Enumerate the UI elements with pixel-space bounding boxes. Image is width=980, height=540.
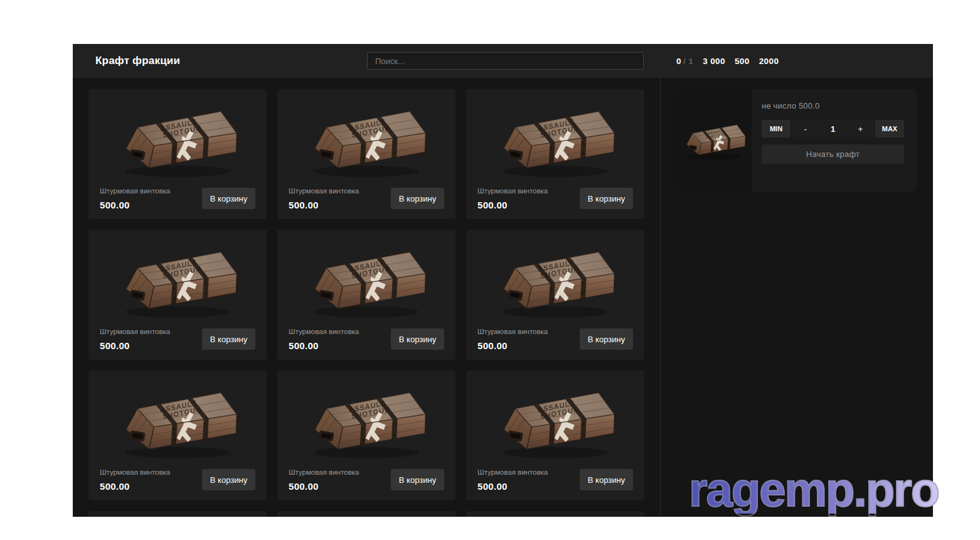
item-image <box>88 230 267 324</box>
header-stats: 0 / 1 3 000 500 2000 <box>676 44 779 78</box>
add-to-cart-button[interactable]: В корзину <box>202 469 255 490</box>
start-craft-button[interactable]: Начать крафт <box>762 144 904 164</box>
add-to-cart-button[interactable]: В корзину <box>202 328 255 350</box>
item-image <box>466 89 644 183</box>
crate-icon <box>114 381 242 464</box>
item-card[interactable]: Штурмовая винтовка 500.00 В корзину <box>277 370 455 500</box>
craft-panel: не число 500.0 MIN - 1 + MAX Начать краф… <box>661 78 933 517</box>
item-image <box>277 230 455 324</box>
item-card[interactable]: Штурмовая винтовка 500.00 В корзину <box>277 89 455 219</box>
item-name: Штурмовая винтовка <box>477 187 548 195</box>
item-price: 500.00 <box>289 340 359 351</box>
crate-icon <box>302 100 430 183</box>
item-image <box>88 89 267 183</box>
min-button[interactable]: MIN <box>762 120 791 138</box>
add-to-cart-button[interactable]: В корзину <box>391 328 444 350</box>
decrease-button[interactable]: - <box>792 120 819 138</box>
add-to-cart-button[interactable]: В корзину <box>580 188 633 209</box>
crate-icon <box>302 381 430 464</box>
add-to-cart-button[interactable]: В корзину <box>580 328 633 350</box>
item-image <box>88 370 267 465</box>
item-price: 500.00 <box>477 340 548 351</box>
item-catalog[interactable]: Штурмовая винтовка 500.00 В корзину <box>73 78 660 517</box>
item-image <box>277 370 455 465</box>
item-card[interactable]: Штурмовая винтовка 500.00 В корзину <box>277 230 455 360</box>
quantity-value: 1 <box>819 120 847 138</box>
increase-button[interactable]: + <box>846 120 874 138</box>
crate-icon <box>302 240 430 323</box>
craft-card: не число 500.0 MIN - 1 + MAX Начать краф… <box>676 89 917 192</box>
crate-icon <box>491 381 619 464</box>
craft-window: Крафт фракции 0 / 1 3 000 500 2000 <box>73 44 933 517</box>
item-name: Штурмовая винтовка <box>477 468 548 476</box>
item-name: Штурмовая винтовка <box>100 187 170 195</box>
page-background: Крафт фракции 0 / 1 3 000 500 2000 <box>0 0 980 540</box>
item-price: 500.00 <box>477 200 548 210</box>
item-card[interactable]: Штурмовая винтовка 500.00 В корзину <box>88 370 267 500</box>
item-name: Штурмовая винтовка <box>289 187 359 195</box>
selected-item-label: не число 500.0 <box>762 101 904 111</box>
add-to-cart-button[interactable]: В корзину <box>202 188 255 209</box>
header: Крафт фракции 0 / 1 3 000 500 2000 <box>73 44 933 78</box>
selected-item-image <box>676 89 752 192</box>
craft-progress-current: 0 <box>676 57 681 66</box>
item-name: Штурмовая винтовка <box>289 328 359 335</box>
item-card-partial[interactable] <box>466 511 644 517</box>
item-card-partial[interactable] <box>88 511 267 517</box>
crate-icon <box>114 100 242 183</box>
item-name: Штурмовая винтовка <box>477 328 548 335</box>
resource-counter-1: 3 000 <box>703 57 725 66</box>
item-price: 500.00 <box>100 340 170 351</box>
item-name: Штурмовая винтовка <box>100 468 170 476</box>
item-name: Штурмовая винтовка <box>289 468 359 476</box>
item-card[interactable]: Штурмовая винтовка 500.00 В корзину <box>466 370 644 500</box>
quantity-stepper: MIN - 1 + MAX <box>762 120 904 138</box>
item-image <box>466 370 644 465</box>
item-name: Штурмовая винтовка <box>100 328 170 335</box>
crate-icon <box>491 240 619 323</box>
add-to-cart-button[interactable]: В корзину <box>391 469 444 490</box>
content-area: Штурмовая винтовка 500.00 В корзину <box>73 78 933 517</box>
craft-progress: 0 / 1 <box>676 57 693 66</box>
item-grid: Штурмовая винтовка 500.00 В корзину <box>73 78 660 517</box>
item-price: 500.00 <box>477 481 548 492</box>
crate-icon <box>114 240 242 323</box>
resource-counter-3: 2000 <box>759 57 779 66</box>
item-card-partial[interactable] <box>277 511 455 517</box>
search-input[interactable] <box>367 52 644 70</box>
item-card[interactable]: Штурмовая винтовка 500.00 В корзину <box>466 230 644 360</box>
item-price: 500.00 <box>289 200 359 210</box>
item-price: 500.00 <box>100 200 170 210</box>
item-card[interactable]: Штурмовая винтовка 500.00 В корзину <box>466 89 644 219</box>
item-price: 500.00 <box>100 481 170 492</box>
add-to-cart-button[interactable]: В корзину <box>391 188 444 209</box>
add-to-cart-button[interactable]: В корзину <box>580 469 633 490</box>
max-button[interactable]: MAX <box>875 120 904 138</box>
item-image <box>466 230 644 324</box>
item-image <box>277 89 455 183</box>
resource-counter-2: 500 <box>735 57 750 66</box>
item-card[interactable]: Штурмовая винтовка 500.00 В корзину <box>88 230 267 360</box>
item-price: 500.00 <box>289 481 359 492</box>
craft-progress-total: / 1 <box>683 57 693 66</box>
crate-icon <box>491 100 619 183</box>
item-card[interactable]: Штурмовая винтовка 500.00 В корзину <box>88 89 267 219</box>
crate-icon <box>680 119 748 163</box>
page-title: Крафт фракции <box>95 55 180 67</box>
